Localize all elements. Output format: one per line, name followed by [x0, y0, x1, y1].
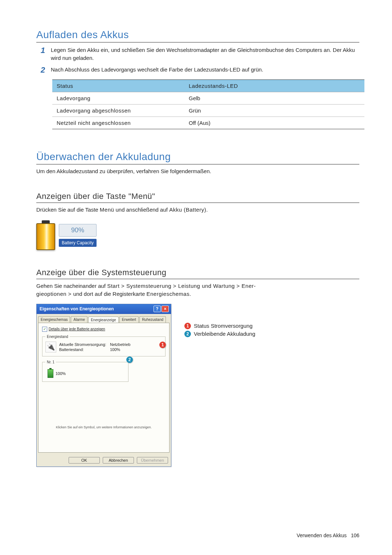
- battery-capacity-label: Battery Capacity: [59, 239, 97, 247]
- callout-1-marker: 1: [159, 342, 166, 348]
- led-row2-c2: Grün: [184, 104, 364, 117]
- led-row3-c1: Netzteil nicht angeschlossen: [52, 117, 184, 129]
- callout-1-text: Status Stromversorgung: [194, 323, 253, 329]
- sub2-text-post: .: [189, 291, 191, 297]
- apply-button[interactable]: Übernehmen: [137, 457, 168, 464]
- sub2-bold-path1: Start > Systemsteuerung > Leistung und W…: [107, 283, 256, 289]
- section-title-aufladen: Aufladen des Akkus: [36, 29, 359, 42]
- table-row: Ladevorgang abgeschlossen Grün: [52, 104, 364, 117]
- batt-nr-legend: Nr. 1: [45, 360, 56, 364]
- sub1-bold-akku: Akku (Battery): [169, 207, 206, 213]
- energiestand-legend: Energiestand: [45, 335, 70, 339]
- callout-2-icon: 2: [184, 331, 191, 337]
- battery-icon: [36, 220, 55, 250]
- energiestand-fieldset: Energiestand 🔌 Aktuelle Stromversorgung:…: [42, 335, 166, 356]
- led-row1-c1: Ladevorgang: [52, 92, 184, 104]
- dialog-hint: Klicken Sie auf ein Symbol, um weitere I…: [42, 425, 166, 429]
- tab-ruhezustand[interactable]: Ruhezustand: [139, 316, 166, 323]
- sub1-bold-menu: Menü: [100, 207, 114, 213]
- tab-energieanzeige[interactable]: Energieanzeige: [88, 317, 119, 323]
- sub1-title: Anzeigen über die Taste "Menü": [36, 192, 359, 203]
- led-row2-c1: Ladevorgang abgeschlossen: [52, 104, 184, 117]
- battery-mini-icon: [48, 369, 53, 378]
- step-number-2: 2: [41, 66, 51, 74]
- step-2-text: Nach Abschluss des Ladevorgangs wechselt…: [51, 66, 359, 74]
- batt-state-value: 100%: [110, 347, 130, 352]
- batt-nr-fieldset: Nr. 1 100%: [42, 360, 128, 382]
- step-number-1: 1: [41, 46, 51, 55]
- sub1-text: Drücken Sie auf die Taste Menü und ansch…: [36, 206, 359, 214]
- tab-energieschemas[interactable]: Energieschemas: [38, 316, 70, 323]
- led-row3-c2: Off (Aus): [184, 117, 364, 129]
- callout-legend: 1 Status Stromversorgung 2 Verbleibende …: [184, 323, 255, 339]
- power-source-value: Netzbetrieb: [110, 342, 130, 347]
- footer-page: 106: [351, 532, 359, 538]
- sub2-bold-tab: Energieschemas: [146, 291, 189, 297]
- callout-2-marker: 2: [126, 356, 133, 363]
- help-button-icon[interactable]: ?: [154, 306, 161, 312]
- sub1-text-post: .: [206, 207, 208, 213]
- step-2: 2 Nach Abschluss des Ladevorgangs wechse…: [41, 66, 359, 74]
- led-status-table: Status Ladezustands-LED Ladevorgang Gelb…: [52, 79, 364, 129]
- sub2-title: Anzeige über die Systemsteuerung: [36, 268, 359, 279]
- batt-state-label: Batteriestand:: [59, 347, 110, 352]
- sub2-text-mid: und dort auf die Registerkarte: [73, 291, 147, 297]
- sub1-text-mid: und anschließend auf: [114, 207, 169, 213]
- dialog-titlebar: Eigenschaften von Energieoptionen ? ×: [37, 304, 171, 314]
- cancel-button[interactable]: Abbrechen: [103, 457, 134, 464]
- table-row: Ladevorgang Gelb: [52, 92, 364, 104]
- page-footer: Verwenden des Akkus 106: [297, 532, 359, 538]
- dialog-tabs: Energieschemas Alarme Energieanzeige Erw…: [37, 314, 171, 323]
- ok-button[interactable]: OK: [69, 457, 100, 464]
- footer-chapter: Verwenden des Akkus: [297, 532, 347, 538]
- sub1-text-pre: Drücken Sie auf die Taste: [36, 207, 100, 213]
- step-1: 1 Legen Sie den Akku ein, und schließen …: [41, 46, 359, 62]
- batt-nr-value: 100%: [56, 371, 66, 376]
- led-th-status: Status: [52, 79, 184, 92]
- plug-icon: 🔌: [45, 342, 56, 352]
- power-source-label: Aktuelle Stromversorgung:: [59, 342, 110, 347]
- dialog-body: ✓ Details über jede Batterie anzeigen En…: [38, 323, 170, 453]
- sub2-bold-path2: gieoptionen >: [36, 291, 73, 297]
- table-row: Netzteil nicht angeschlossen Off (Aus): [52, 117, 364, 129]
- sub2-text: Gehen Sie nacheinander auf Start > Syste…: [36, 282, 359, 298]
- battery-percent: 90%: [59, 224, 97, 237]
- close-button-icon[interactable]: ×: [162, 306, 169, 312]
- led-row1-c2: Gelb: [184, 92, 364, 104]
- section2-intro: Um den Akkuladezustand zu überprüfen, ve…: [36, 167, 359, 175]
- callout-2-text: Verbleibende Akkuladung: [194, 331, 255, 337]
- section-title-ueberwachen: Überwachen der Akkuladung: [36, 151, 359, 164]
- tab-erweitert[interactable]: Erweitert: [119, 316, 139, 323]
- step-1-text: Legen Sie den Akku ein, und schließen Si…: [51, 46, 359, 62]
- sub2-text-pre: Gehen Sie nacheinander auf: [36, 283, 107, 289]
- callout-1-icon: 1: [184, 323, 191, 329]
- tab-alarme[interactable]: Alarme: [71, 316, 87, 323]
- details-checkbox-label: Details über jede Batterie anzeigen: [49, 327, 105, 331]
- battery-capacity-widget: 90% Battery Capacity: [36, 220, 97, 250]
- dialog-title-text: Eigenschaften von Energieoptionen: [40, 306, 114, 311]
- energy-options-dialog: Eigenschaften von Energieoptionen ? × En…: [36, 304, 171, 467]
- led-th-led: Ladezustands-LED: [184, 79, 364, 92]
- details-checkbox[interactable]: ✓: [42, 327, 47, 332]
